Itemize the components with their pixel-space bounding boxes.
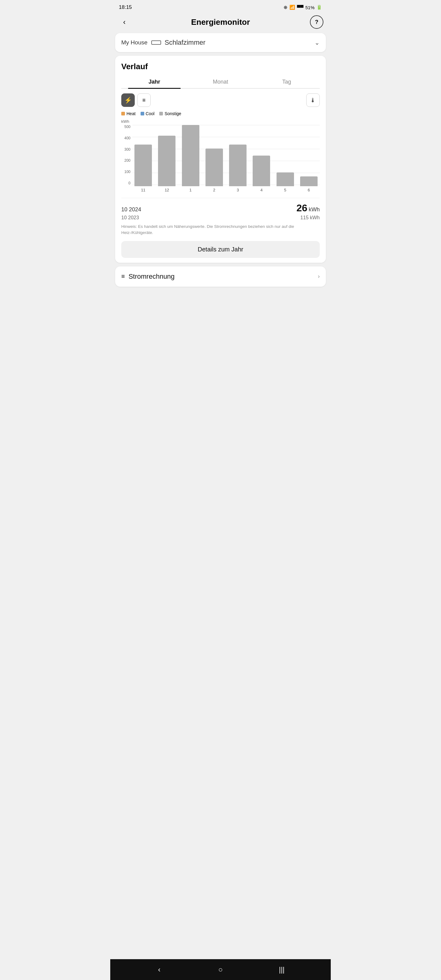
battery-indicator: 51% (305, 5, 315, 10)
bar-label-3: 3 (237, 188, 239, 192)
y-0: 0 (121, 181, 131, 185)
house-label: My House (121, 39, 148, 46)
tabs-container: Jahr Monat Tag (121, 76, 320, 89)
bar-label-4: 4 (260, 188, 263, 192)
temp-filter-button[interactable]: 🌡 (306, 94, 320, 107)
bar-col-12: 12 (156, 125, 178, 192)
stats-prev-period: 10 2023 (121, 215, 139, 221)
filter-right: 🌡 (306, 94, 320, 107)
status-time: 18:15 (119, 4, 132, 10)
bars-row: 1112123456 (132, 125, 320, 192)
cool-label: Cool (146, 111, 154, 116)
details-button[interactable]: Details zum Jahr (121, 241, 320, 258)
bar-col-4: 4 (250, 125, 272, 192)
back-button[interactable]: ‹ (118, 15, 131, 29)
bar-1 (182, 125, 199, 186)
stack-filter-button[interactable]: ≡ (137, 94, 151, 107)
chevron-down-icon[interactable]: ⌄ (315, 39, 320, 46)
stats-prev-row: 10 2023 115 kWh (121, 215, 320, 221)
heat-color-dot (121, 112, 125, 115)
y-400: 400 (121, 136, 131, 140)
heat-label: Heat (126, 111, 136, 116)
tab-jahr[interactable]: Jahr (121, 76, 188, 88)
page-title: Energiemonitor (131, 18, 310, 27)
tab-tag[interactable]: Tag (253, 76, 320, 88)
bar-2 (205, 148, 223, 186)
sonstige-color-dot (159, 112, 163, 115)
strom-left: ≡ Stromrechnung (121, 272, 175, 280)
tab-monat[interactable]: Monat (188, 76, 253, 88)
bar-col-3: 3 (227, 125, 249, 192)
card-title: Verlauf (121, 62, 320, 72)
stats-current-value-group: 26 kWh (296, 202, 320, 214)
y-300: 300 (121, 148, 131, 151)
bar-col-6: 6 (298, 125, 320, 192)
bar-4 (253, 156, 270, 186)
room-name: Schlafzimmer (165, 38, 311, 46)
stats-note: Hinweis: Es handelt sich um Näherungswer… (121, 224, 320, 236)
bar-label-1: 1 (189, 188, 192, 192)
bar-label-5: 5 (284, 188, 287, 192)
y-500: 500 (121, 125, 131, 129)
strom-chevron-icon: › (318, 273, 320, 280)
stats-prev-value: 115 kWh (301, 215, 320, 221)
status-bar: 18:15 ⊕ 📶 ▀▀ 51% 🔋 (110, 0, 331, 13)
room-selector[interactable]: My House Schlafzimmer ⌄ (115, 33, 326, 52)
legend-cool: Cool (140, 111, 154, 116)
cool-color-dot (140, 112, 144, 115)
strom-label: Stromrechnung (129, 272, 175, 280)
bar-label-6: 6 (308, 188, 310, 192)
y-100: 100 (121, 170, 131, 173)
bar-col-1: 1 (180, 125, 202, 192)
y-axis-label: kWh (121, 119, 320, 124)
main-card: Verlauf Jahr Monat Tag ⚡ ≡ 🌡 (115, 56, 326, 263)
bar-label-12: 12 (165, 188, 169, 192)
help-button[interactable]: ? (310, 15, 323, 29)
lightning-icon: ⚡ (124, 97, 132, 104)
bar-12 (158, 136, 175, 186)
stats-section: 10 2024 26 kWh 10 2023 115 kWh Hinweis: … (121, 198, 320, 236)
stats-current-period: 10 2024 (121, 207, 141, 213)
stats-current-row: 10 2024 26 kWh (121, 202, 320, 214)
bars-and-grid: 1112123456 (132, 125, 320, 192)
bar-col-11: 11 (132, 125, 154, 192)
energy-filter-button[interactable]: ⚡ (121, 94, 135, 107)
bar-label-11: 11 (141, 188, 145, 192)
bar-11 (134, 145, 152, 186)
y-axis: 500 400 300 200 100 0 (121, 125, 132, 185)
battery-icon: 🔋 (316, 5, 322, 10)
filter-row: ⚡ ≡ 🌡 (121, 94, 320, 107)
wifi-icon: 📶 (290, 5, 295, 10)
thermometer-icon: 🌡 (310, 97, 316, 104)
bar-5 (277, 172, 294, 186)
bar-label-2: 2 (213, 188, 215, 192)
energy-chart: kWh 500 400 300 200 100 0 (121, 119, 320, 192)
y-200: 200 (121, 159, 131, 162)
legend-heat: Heat (121, 111, 136, 116)
bar-col-2: 2 (203, 125, 225, 192)
chart-area: 500 400 300 200 100 0 (121, 125, 320, 192)
bar-3 (229, 145, 247, 186)
legend-sonstige: Sonstige (159, 111, 181, 116)
chart-legend: Heat Cool Sonstige (121, 111, 320, 116)
top-nav: ‹ Energiemonitor ? (110, 13, 331, 33)
status-icons: ⊕ 📶 ▀▀ 51% 🔋 (283, 5, 322, 10)
stats-current-unit: kWh (309, 207, 320, 213)
sonstige-label: Sonstige (164, 111, 181, 116)
filter-left: ⚡ ≡ (121, 94, 151, 107)
signal-icon: ▀▀ (297, 5, 304, 10)
bar-6 (300, 177, 318, 186)
bar-col-5: 5 (274, 125, 296, 192)
strom-icon: ≡ (121, 273, 125, 280)
stromrechnung-row[interactable]: ≡ Stromrechnung › (115, 266, 326, 286)
bluetooth-icon: ⊕ (283, 5, 288, 10)
room-icon (151, 40, 161, 45)
stats-current-value: 26 (296, 202, 307, 213)
stack-icon: ≡ (142, 97, 146, 103)
